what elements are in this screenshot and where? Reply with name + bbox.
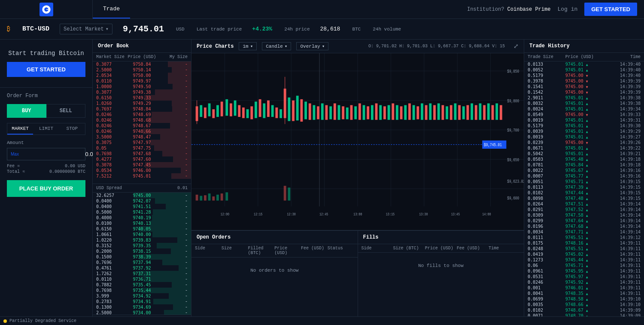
ob-ask-row[interactable]: 7.5212 9745.01 - [93,173,191,179]
svg-rect-101 [208,193,211,200]
svg-text:12:00: 12:00 [221,212,229,216]
ob-bid-row[interactable]: 0.0100 9740.13 - [93,221,191,226]
login-button[interactable]: Log in [557,6,577,12]
ob-ask-row[interactable]: 0.3077 9750.84 - [93,61,191,67]
svg-rect-38 [259,99,261,117]
stop-tab[interactable]: STOP [59,123,85,135]
ob-bid-row[interactable]: 32.6257 9745.00 - [93,193,191,198]
ob-ask-row[interactable]: 0.3075 9747.97 - [93,140,191,145]
ob-bid-row[interactable]: 0.0400 9741.51 - [93,204,191,209]
ob-ask-row[interactable]: 3.5000 9748.47 - [93,134,191,140]
amount-label: Amount [7,140,85,145]
ob-bid-row[interactable]: 0.0400 9742.07 - [93,198,191,204]
ob-ask-row[interactable]: 2.0534 9750.00 - [93,73,191,78]
limit-tab[interactable]: LIMIT [33,123,59,135]
status-bar: Partially Degraded Service [0,316,644,325]
ob-ask-row[interactable]: 0.0246 9748.66 - [93,129,191,134]
th-row: 0.0022 9745.67 ▲ 14:39:16 [524,168,644,173]
ob-bid-row[interactable]: 0.4000 9740.19 - [93,215,191,221]
ob-bid-row[interactable]: 1.0661 9740.00 - [93,232,191,237]
ob-ask-row[interactable]: 0.0110 9749.97 - [93,78,191,84]
svg-rect-93 [483,105,486,120]
ob-ask-row[interactable]: 0.6150 9749.33 - [93,95,191,101]
svg-text:13:00: 13:00 [353,212,362,216]
svg-rect-46 [288,98,290,121]
ob-ask-row[interactable]: 1.0260 9749.29 - [93,101,191,106]
ob-ask-row[interactable]: 0.0534 9746.00 - [93,168,191,173]
svg-rect-31 [230,103,232,116]
tab-trade[interactable]: Trade [93,0,130,18]
chevron-down-icon: ▾ [322,43,325,49]
timeframe-dropdown[interactable]: 1m ▾ [239,42,257,50]
ob-ask-row[interactable]: 0.0246 9748.68 - [93,117,191,123]
svg-rect-61 [350,105,353,120]
ob-ask-row[interactable]: 0.0246 9748.67 - [93,123,191,129]
svg-rect-59 [342,106,344,119]
ob-ask-row[interactable]: 0.3077 9749.38 - [93,89,191,95]
svg-text:$9,800: $9,800 [507,98,519,104]
svg-rect-49 [300,99,303,122]
order-form-section: Order Form BUY SELL MARKET LIMIT STOP Am… [0,88,92,325]
max-button[interactable]: Max [7,149,22,159]
ob-bid-row[interactable]: 2.5000 9734.00 - [93,310,191,315]
ob-bid-row[interactable]: 0.2783 9734.91 - [93,299,191,304]
expand-icon[interactable]: ⤢ [513,43,519,50]
ob-bid-row[interactable]: 0.1500 9738.39 - [93,254,191,260]
svg-rect-36 [250,106,253,119]
sell-tab[interactable]: SELL [46,104,86,118]
ob-ask-row[interactable]: 2.5000 9750.14 - [93,67,191,73]
nav-tabs: Trade [93,0,130,18]
ob-ask-row[interactable]: 1.0000 9749.50 - [93,84,191,89]
buy-sell-tabs: BUY SELL [7,104,85,118]
amount-input[interactable] [22,148,98,160]
th-row: 0.5042 9745.01 ▲ 14:39:21 [524,151,644,156]
ob-bid-row[interactable]: 0.7696 9737.94 - [93,260,191,265]
left-sidebar: Start trading Bitcoin GET STARTED Order … [0,40,93,325]
svg-rect-82 [437,103,440,120]
chevron-down-icon: ▾ [285,43,288,49]
th-row: 0.0019 9745.01 ▲ 14:39:31 [524,117,644,123]
ob-bid-row[interactable]: 1.0220 9739.83 - [93,237,191,243]
svg-text:$9,850: $9,850 [507,69,519,74]
select-market-dropdown[interactable]: Select Market ▾ [60,24,112,34]
ob-bid-row[interactable]: 0.1300 9734.69 - [93,304,191,310]
ob-ask-row[interactable]: 0.7698 9747.68 - [93,151,191,156]
chevron-down-icon: ▾ [106,26,109,32]
ob-ask-row[interactable]: 0.4277 9747.60 - [93,156,191,162]
svg-rect-43 [279,109,282,118]
ob-bid-row[interactable]: 0.6150 9740.05 - [93,226,191,232]
ob-bid-row[interactable]: 0.0110 9736.71 - [93,276,191,282]
overlay-dropdown[interactable]: Overlay ▾ [296,42,328,50]
market-tab[interactable]: MARKET [7,123,33,135]
ob-bid-row[interactable]: 0.3152 9739.35 - [93,243,191,248]
svg-rect-58 [338,105,340,120]
svg-rect-42 [275,107,278,118]
ob-bid-row[interactable]: 0.2000 9738.15 - [93,248,191,254]
candle-dropdown[interactable]: Candle ▾ [262,42,291,50]
ob-bid-row[interactable]: 1.7262 9737.31 - [93,271,191,276]
ob-col-price: Price (USD) [127,55,157,59]
svg-rect-102 [212,196,215,201]
buy-tab[interactable]: BUY [7,104,46,118]
th-row: 0.001 9746.01 ▲ 14:39:11 [524,285,644,291]
ob-bid-row[interactable]: 0.7882 9735.45 - [93,282,191,288]
ob-ask-row[interactable]: 0.05 9747.75 - [93,145,191,151]
ob-bid-row[interactable]: 0.4761 9737.92 - [93,265,191,271]
ob-ask-row[interactable]: 0.0246 9748.69 - [93,112,191,117]
ob-ask-row[interactable]: 0.3078 9747.45 - [93,162,191,168]
place-order-button[interactable]: PLACE BUY ORDER [7,180,85,197]
get-started-button[interactable]: GET STARTED [584,3,637,16]
th-row: 0.0419 9745.02 ▲ 14:39:11 [524,251,644,257]
ob-bid-row[interactable]: 3.999 9734.92 - [93,293,191,299]
ob-bid-row[interactable]: 0.7698 9735.44 - [93,288,191,293]
svg-rect-28 [216,105,219,117]
last-price: 9,745.01 [123,24,164,34]
ob-bid-row[interactable]: 0.5000 9741.28 - [93,209,191,215]
svg-rect-37 [255,101,257,118]
svg-rect-30 [225,99,228,116]
sidebar-top: Start trading Bitcoin GET STARTED [0,40,92,88]
ob-ask-row[interactable]: 0.7697 9748.84 - [93,106,191,112]
ob-bids: 32.6257 9745.00 - 0.0400 9742.07 - 0.040… [93,193,191,315]
amount-input-row: Max USD [7,148,85,160]
sidebar-get-started-button[interactable]: GET STARTED [7,62,85,77]
